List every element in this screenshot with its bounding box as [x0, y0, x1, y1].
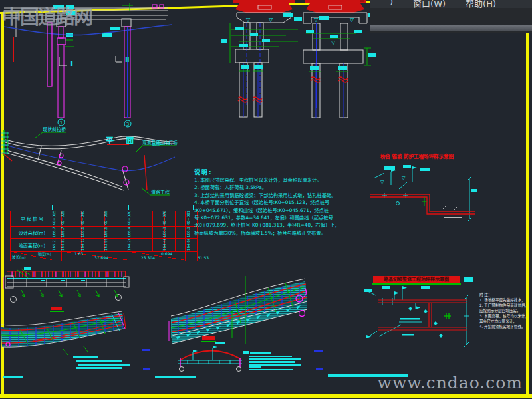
length-value-2: 23.304 [141, 255, 155, 260]
text-line-bar [250, 352, 271, 354]
frame-bottom-border [0, 394, 532, 398]
watermark-site-name: 中国道路网 [2, 1, 92, 29]
deck-plan-center [168, 275, 309, 344]
design-elev-value: 166.33 [163, 227, 167, 237]
station-value: K0+070 [128, 211, 132, 225]
notes-line: 3. 上部结构采用钢筋砼板梁；下部结构采用柱式墩，钻孔桩基础。 [194, 192, 339, 199]
svg-text:▽: ▽ [402, 176, 406, 181]
text-line-bar [249, 364, 301, 366]
detail2-drawing [362, 285, 479, 349]
text-line-bar [76, 360, 122, 362]
side-note-line: 3. 本图高程、桩号均以米计， [479, 313, 526, 319]
side-note-line: 1. 场地整平应先做好排水， [479, 297, 526, 303]
text-line-bar-blue [316, 368, 323, 370]
design-elev-value: 166.65 [81, 227, 85, 237]
length-value-1: 37.694 [94, 255, 108, 260]
station-value: K0+015 [53, 211, 57, 225]
label-bar-red-1 [51, 307, 62, 310]
ground-elev-value: 164.20 [128, 239, 132, 251]
underline-bar [155, 376, 196, 378]
text-line-bar [243, 351, 249, 354]
station-value: K0+025 [61, 211, 65, 225]
svg-text:▽: ▽ [269, 17, 273, 23]
menu-item-help[interactable]: 帮助(H) [466, 0, 496, 9]
detail1-title: 桥台 锥坡 防护工程场坪样示意图 [373, 152, 461, 160]
side-note-line: 2. 工厂预制构件吊装就位后， [479, 303, 526, 308]
underline-bar [3, 376, 23, 378]
table-header-ground-elev: 地面高程(m) [13, 242, 51, 249]
deck-edge-fragment [360, 0, 364, 2]
menu-bar: ) 窗口(W) 帮助(H) [370, 0, 532, 8]
side-note-line: 其余尺寸均以厘米计， [479, 319, 526, 324]
detail2-title[interactable]: 路基切坡整修工程场坪样示意图 [373, 276, 460, 283]
svg-text:道路工程: 道路工程 [151, 189, 170, 195]
plan-title-underline2 [107, 146, 129, 146]
girder-elevation-strip [1, 266, 134, 307]
svg-text:▽: ▽ [314, 17, 319, 23]
design-elev-value: 166.52 [104, 227, 108, 237]
svg-text:Ⅱ: Ⅱ [125, 56, 130, 63]
table-header-design-elev: 设计高程(m) [13, 229, 51, 236]
slope-value-2: 0.694 [161, 251, 172, 256]
table-end-value: 51.53 [198, 255, 209, 260]
ground-elev-value: 163.95 [104, 239, 108, 251]
text-line-bar [249, 369, 293, 370]
ground-elev-value: 164.83 [61, 239, 65, 251]
ground-elev-value: 165.21 [53, 239, 57, 251]
plan-scale-note: 比例1:400 [152, 141, 170, 146]
text-line-bar [76, 367, 122, 369]
table-slope-cell: 坡度(%) 坡长(m) [11, 251, 53, 260]
plan-view: 现状斜拉桥 现浇混凝土人行桥 道路工程 [0, 124, 186, 211]
notes-line: 桥面纵坡为单向0%，桥面横坡1.5%；桥台与路线正交布置。 [194, 229, 339, 237]
svg-text:现状斜拉桥: 现状斜拉桥 [43, 126, 66, 132]
cad-drawing-canvas[interactable]: 1 3 Ⅰ Ⅱ [0, 0, 532, 399]
notes-line: :K0+045.671）、缓和曲线（起始桩号:K0+045.671，终点桩 [194, 207, 339, 214]
text-line-bar-blue [142, 349, 150, 351]
svg-text:Ⅰ: Ⅰ [70, 60, 73, 68]
menu-item-fragment[interactable]: ) [390, 0, 393, 7]
text-line-bar-blue [314, 350, 323, 352]
notes-line: 1. 本图尺寸除高程、里程桩号以米计外，其余均以厘米计。 [194, 176, 339, 184]
side-notes-block: 附 注： 1. 场地整平应先做好排水， 2. 工厂预制构件吊装就位后， 应按图示… [479, 292, 526, 329]
notes-line: 2. 桥面荷载：人群荷载 3.5kPa。 [194, 184, 339, 191]
notes-line: 4. 本桥平面分别位于直线（起始桩号:K0+015.123，终点桩号 [194, 199, 339, 206]
station-value: K0+081 [187, 211, 191, 225]
design-elev-value: 166.75 [53, 227, 57, 237]
text-line-bar [78, 364, 130, 366]
detail2-title-tag [464, 277, 473, 282]
toolbar-stripe[interactable] [370, 25, 532, 31]
notes-heading: 说明: [194, 168, 339, 176]
deck-plan-left [0, 311, 126, 359]
notes-block: 说明: 1. 本图尺寸除高程、里程桩号以米计外，其余均以厘米计。 2. 桥面荷载… [194, 168, 339, 237]
text-line-bar [249, 366, 261, 368]
svg-text:▽: ▽ [331, 39, 336, 45]
text-line-bar [249, 356, 292, 357]
ground-elev-value: 164.60 [187, 239, 191, 251]
side-note-line: 应按图示分层回填压实， [479, 308, 526, 313]
text-line-bar [249, 361, 295, 363]
design-elev-value: 166.31 [187, 227, 191, 237]
table-header-station: 里 程 桩 号 [13, 215, 51, 222]
notes-line: 号:K0+072.631，参数A=34.641，左偏）和圆曲线（起点桩号 [194, 214, 339, 221]
text-line-bar [249, 358, 301, 360]
menu-item-window[interactable]: 窗口(W) [413, 0, 446, 9]
arch-elevation-drawing [174, 338, 246, 370]
detail1-drawing: ▽ ▽ [364, 162, 481, 223]
notes-line: :K0+079.699，终止桩号 K0+081.313，半径R=40，右偏）上， [194, 221, 339, 229]
svg-text:▽: ▽ [246, 17, 251, 23]
side-note-line: 附 注： [479, 292, 526, 297]
text-line-bar [73, 356, 98, 358]
frame-right-border [526, 33, 529, 394]
svg-text:▽: ▽ [350, 17, 354, 23]
ground-elev-value: 164.12 [81, 239, 85, 251]
station-value: K0+055 [104, 211, 108, 225]
slope-value-1: 1.63 [74, 251, 83, 256]
text-line-bar-blue [143, 368, 150, 370]
side-note-line: 4. 开挖前须核实地下管线。 [479, 324, 526, 329]
design-elev-value: 166.73 [61, 227, 65, 237]
plan-title-underline [107, 144, 129, 145]
station-value: K0+040 [81, 211, 85, 225]
ground-elev-value: 164.48 [163, 239, 167, 251]
svg-text:▽: ▽ [380, 180, 384, 185]
design-elev-value: 166.40 [128, 227, 132, 237]
